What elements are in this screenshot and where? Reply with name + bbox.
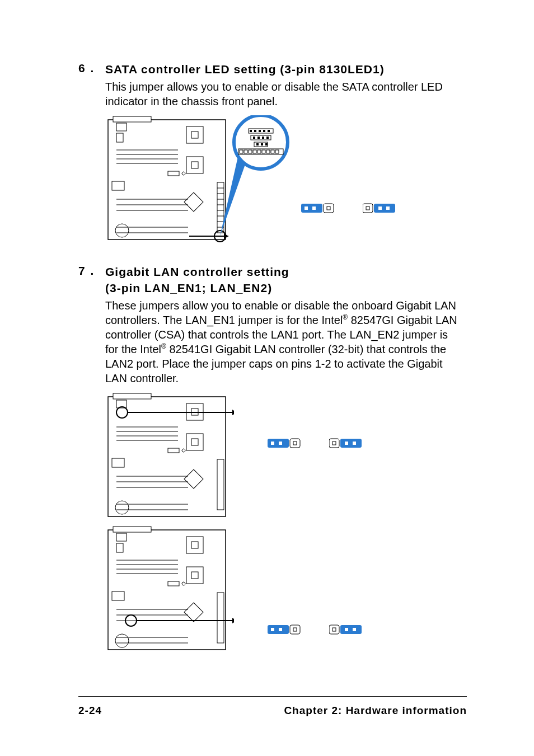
section-6: 6 . SATA controller LED setting (3-pin 8…	[78, 62, 467, 244]
svg-rect-103	[345, 442, 348, 445]
svg-point-13	[182, 172, 185, 175]
svg-rect-127	[217, 593, 224, 643]
svg-rect-62	[312, 206, 316, 210]
svg-rect-132	[271, 628, 274, 631]
section-7: 7 . Gigabit LAN controller setting (3-pi…	[78, 264, 467, 654]
section-6-body: This jumper allows you to enable or disa…	[105, 79, 463, 109]
svg-rect-139	[345, 628, 348, 631]
svg-rect-20	[184, 192, 203, 212]
svg-rect-49	[265, 143, 268, 145]
svg-rect-102	[340, 439, 362, 448]
svg-rect-134	[290, 625, 300, 634]
svg-rect-40	[268, 130, 270, 132]
footer-rule	[78, 696, 467, 697]
svg-rect-105	[108, 530, 226, 650]
section-6-number: 6 .	[78, 62, 105, 75]
svg-rect-70	[108, 397, 226, 516]
jumper-setting-23-icon	[329, 623, 363, 636]
svg-rect-1	[113, 116, 151, 122]
svg-rect-71	[113, 393, 151, 399]
svg-rect-111	[186, 567, 203, 584]
svg-rect-108	[116, 543, 123, 552]
svg-rect-61	[305, 206, 308, 210]
svg-rect-98	[290, 439, 300, 448]
svg-rect-45	[266, 137, 269, 139]
svg-rect-125	[184, 603, 203, 622]
svg-marker-130	[232, 618, 234, 623]
svg-rect-67	[374, 204, 395, 213]
svg-rect-97	[279, 442, 282, 445]
svg-rect-60	[301, 204, 322, 213]
jumper-setting-12-icon	[268, 437, 301, 449]
svg-rect-136	[329, 625, 339, 634]
svg-rect-63	[324, 204, 334, 213]
section-7-title-line2: (3-pin LAN_EN1; LAN_EN2)	[105, 280, 289, 296]
svg-rect-12	[168, 171, 179, 176]
jumper-setting-23-icon	[363, 202, 396, 214]
svg-rect-119	[112, 591, 124, 600]
section-7-title-line1: Gigabit LAN controller setting	[105, 264, 289, 280]
svg-rect-95	[268, 439, 289, 448]
svg-rect-68	[378, 206, 382, 210]
motherboard-diagram-2	[105, 392, 234, 521]
svg-rect-92	[217, 459, 224, 510]
svg-rect-65	[363, 204, 373, 213]
svg-rect-69	[386, 206, 390, 210]
svg-marker-94	[232, 410, 234, 415]
svg-rect-36	[250, 130, 252, 132]
svg-rect-90	[184, 469, 203, 489]
section-7-number: 7 .	[78, 264, 105, 278]
svg-rect-131	[268, 625, 289, 634]
svg-point-118	[182, 582, 185, 585]
svg-rect-0	[108, 120, 226, 240]
svg-rect-109	[186, 537, 203, 553]
motherboard-diagram-3	[105, 525, 234, 654]
motherboard-diagram-1	[105, 115, 290, 244]
svg-rect-107	[116, 533, 127, 541]
svg-point-21	[115, 224, 129, 237]
svg-rect-104	[353, 442, 356, 445]
svg-rect-44	[262, 137, 264, 139]
section-7-body: These jumpers allow you to enable or dis…	[105, 298, 463, 386]
svg-point-126	[115, 634, 129, 647]
svg-rect-47	[256, 143, 259, 145]
figure-7a	[105, 392, 467, 521]
section-6-title: SATA controller LED setting (3-pin 8130L…	[105, 62, 385, 77]
svg-rect-42	[253, 137, 255, 139]
registered-mark-icon: ®	[343, 313, 348, 321]
svg-rect-14	[112, 181, 124, 190]
svg-point-73	[116, 407, 128, 418]
svg-rect-106	[113, 527, 151, 532]
svg-marker-33	[224, 233, 228, 239]
registered-mark-icon: ®	[161, 342, 166, 350]
svg-rect-48	[261, 143, 263, 145]
svg-rect-43	[257, 137, 260, 139]
svg-rect-100	[329, 439, 339, 448]
svg-rect-84	[112, 458, 124, 467]
svg-rect-39	[263, 130, 265, 132]
figure-6	[105, 115, 467, 244]
svg-point-91	[115, 501, 129, 514]
svg-rect-3	[116, 133, 123, 142]
figure-7b	[105, 525, 467, 654]
svg-rect-5	[191, 132, 198, 138]
svg-rect-82	[168, 448, 179, 453]
svg-rect-4	[186, 126, 203, 143]
chapter-title: Chapter 2: Hardware information	[284, 705, 467, 717]
svg-rect-117	[168, 581, 179, 586]
jumper-setting-12-icon	[301, 202, 335, 214]
jumper-setting-23-icon	[329, 437, 363, 449]
svg-rect-133	[279, 628, 282, 631]
svg-rect-2	[116, 123, 127, 131]
svg-rect-7	[191, 162, 198, 168]
svg-rect-96	[271, 442, 274, 445]
svg-rect-37	[254, 130, 256, 132]
svg-rect-112	[191, 572, 198, 579]
svg-point-83	[182, 449, 185, 452]
svg-rect-140	[353, 628, 356, 631]
page-footer: 2-24 Chapter 2: Hardware information	[78, 696, 467, 717]
svg-rect-76	[186, 434, 203, 450]
svg-rect-138	[340, 625, 362, 634]
page-number: 2-24	[78, 705, 102, 717]
svg-rect-110	[191, 542, 198, 548]
